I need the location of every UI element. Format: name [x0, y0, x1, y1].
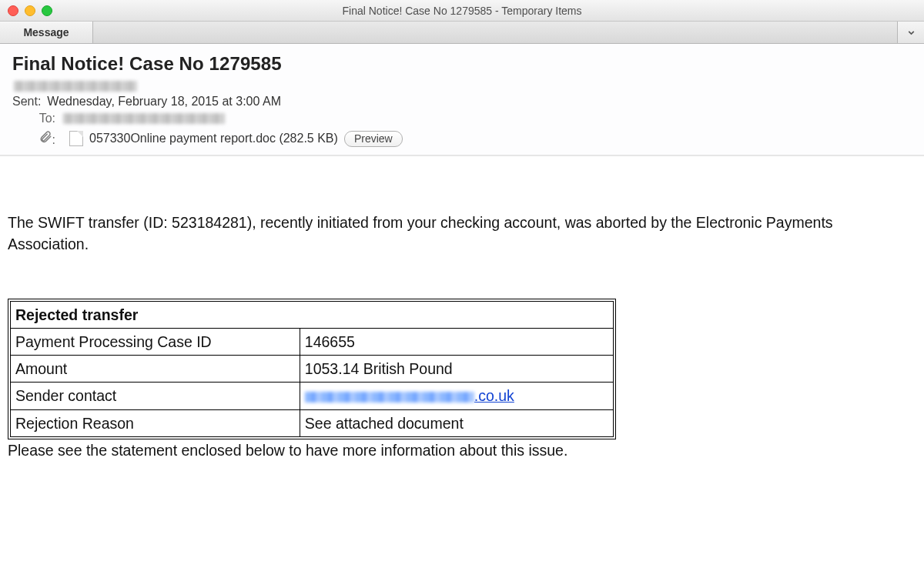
close-button[interactable] — [8, 5, 18, 16]
sender-contact-label: Sender contact — [11, 383, 300, 409]
to-line: To: — [12, 112, 912, 125]
tab-label: Message — [23, 26, 69, 38]
attachment-label: : — [12, 130, 55, 147]
amount-value: 1053.14 British Pound — [300, 356, 613, 383]
intro-paragraph: The SWIFT transfer (ID: 523184281), rece… — [8, 212, 916, 256]
case-id-label: Payment Processing Case ID — [11, 328, 300, 355]
to-label: To: — [12, 112, 55, 125]
document-icon — [69, 131, 83, 146]
sent-label: Sent: — [12, 95, 41, 109]
sender-contact-value[interactable]: .co.uk — [300, 383, 613, 409]
table-row: Payment Processing Case ID 146655 — [11, 328, 614, 355]
transfer-table: Rejected transfer Payment Processing Cas… — [8, 299, 616, 439]
tab-bar: Message — [0, 22, 924, 44]
tab-spacer — [93, 22, 897, 43]
window-controls — [0, 5, 52, 16]
tab-message[interactable]: Message — [0, 22, 93, 43]
amount-label: Amount — [11, 356, 300, 383]
table-header: Rejected transfer — [11, 301, 614, 328]
minimize-button[interactable] — [25, 5, 35, 16]
table-row: Sender contact .co.uk — [11, 383, 614, 409]
sender-contact-domain: .co.uk — [474, 387, 514, 404]
chevron-down-icon — [906, 28, 916, 38]
tab-overflow-button[interactable] — [897, 22, 924, 43]
sender-contact-link[interactable]: .co.uk — [305, 387, 514, 404]
case-id-value: 146655 — [300, 328, 613, 355]
paperclip-icon — [38, 130, 52, 144]
from-line — [12, 81, 912, 92]
rejection-reason-label: Rejection Reason — [11, 409, 300, 436]
attachment-name[interactable]: 057330Online payment report.doc (282.5 K… — [89, 132, 338, 145]
to-value-redacted — [63, 113, 225, 124]
window-titlebar: Final Notice! Case No 1279585 - Temporar… — [0, 0, 924, 22]
preview-button[interactable]: Preview — [344, 131, 403, 147]
from-value-redacted — [14, 81, 137, 92]
message-header: Final Notice! Case No 1279585 Sent: Wedn… — [0, 44, 924, 156]
message-subject: Final Notice! Case No 1279585 — [12, 53, 912, 75]
sent-line: Sent: Wednesday, February 18, 2015 at 3:… — [12, 95, 912, 109]
sent-value: Wednesday, February 18, 2015 at 3:00 AM — [47, 95, 281, 109]
zoom-button[interactable] — [42, 5, 52, 16]
rejection-reason-value: See attached document — [300, 409, 613, 436]
window-title: Final Notice! Case No 1279585 - Temporar… — [0, 5, 924, 17]
sender-contact-redacted — [305, 392, 474, 403]
closing-paragraph: Please see the statement enclosed below … — [8, 439, 916, 461]
table-row: Rejection Reason See attached document — [11, 409, 614, 436]
message-body: The SWIFT transfer (ID: 523184281), rece… — [0, 156, 924, 469]
attachment-row: : 057330Online payment report.doc (282.5… — [12, 130, 912, 147]
table-row: Amount 1053.14 British Pound — [11, 356, 614, 383]
